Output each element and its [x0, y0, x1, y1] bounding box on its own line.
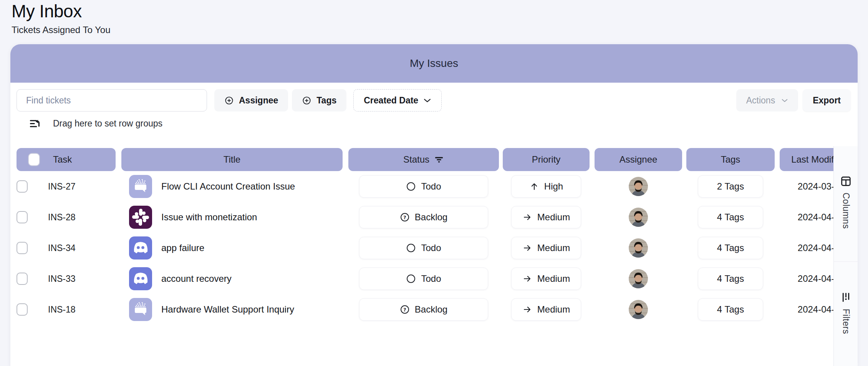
filters-tab-label: Filters — [841, 309, 851, 334]
assignee-cell — [595, 300, 682, 319]
tickets-table: Task Title Status Priority Assignee — [10, 148, 858, 325]
status-cell: ? Backlog — [348, 206, 499, 228]
created-date-label: Created Date — [364, 95, 418, 106]
ticket-title: account recovery — [161, 273, 232, 284]
side-panel-divider — [834, 261, 858, 262]
priority-cell: High — [503, 175, 590, 198]
priority-cell: Medium — [503, 206, 590, 228]
tags-cell: 4 Tags — [686, 206, 775, 228]
status-pill[interactable]: Todo — [359, 175, 488, 198]
row-checkbox[interactable] — [17, 242, 28, 254]
ticket-title: Issue with monetization — [161, 212, 257, 223]
panel-title: My Issues — [410, 57, 458, 70]
select-all-checkbox[interactable] — [28, 153, 40, 166]
ticket-title: Hardware Wallet Support Inquiry — [161, 304, 294, 315]
status-cell: Todo — [348, 175, 499, 198]
task-cell: INS-27 — [17, 180, 116, 193]
header-assignee-label: Assignee — [620, 154, 658, 165]
assignee-cell — [595, 208, 682, 227]
tags-label: 2 Tags — [717, 181, 744, 192]
assignee-cell — [595, 238, 682, 258]
priority-cell: Medium — [503, 237, 590, 259]
export-button[interactable]: Export — [803, 89, 851, 111]
assignee-avatar[interactable] — [629, 269, 648, 288]
table-row[interactable]: INS-27 Flow CLI Account Creation Issue — [10, 171, 858, 202]
priority-pill[interactable]: Medium — [511, 237, 581, 259]
priority-pill[interactable]: High — [511, 175, 581, 198]
tags-cell: 2 Tags — [686, 175, 775, 198]
title-cell: Hardware Wallet Support Inquiry — [121, 298, 343, 321]
ticket-id: INS-33 — [48, 274, 76, 284]
header-task[interactable]: Task — [17, 148, 116, 171]
arrow-right-icon — [522, 212, 532, 222]
created-date-button[interactable]: Created Date — [353, 89, 442, 111]
columns-tab-label: Columns — [841, 193, 851, 229]
header-assignee[interactable]: Assignee — [595, 148, 682, 171]
chevron-down-icon — [781, 98, 788, 103]
task-cell: INS-34 — [17, 242, 116, 254]
status-cell: Todo — [348, 268, 499, 290]
page-header: My Inbox Tickets Assigned To You — [12, 1, 111, 35]
task-cell: INS-18 — [17, 303, 116, 316]
header-priority[interactable]: Priority — [503, 148, 590, 171]
arrow-right-icon — [522, 274, 532, 284]
header-status-label: Status — [403, 154, 429, 165]
priority-pill[interactable]: Medium — [511, 206, 581, 228]
row-checkbox[interactable] — [17, 180, 28, 193]
table-row[interactable]: INS-33 account recovery Todo — [10, 263, 858, 294]
priority-label: Medium — [537, 304, 570, 315]
status-pill[interactable]: Todo — [359, 268, 488, 290]
status-cell: Todo — [348, 237, 499, 259]
row-checkbox[interactable] — [17, 273, 28, 285]
tags-pill[interactable]: 4 Tags — [698, 206, 763, 228]
tags-pill[interactable]: 4 Tags — [698, 298, 763, 321]
row-checkbox[interactable] — [17, 211, 28, 223]
question-circle-icon: ? — [400, 304, 410, 314]
assignee-avatar[interactable] — [629, 177, 648, 196]
tags-pill[interactable]: 4 Tags — [698, 237, 763, 259]
priority-pill[interactable]: Medium — [511, 298, 581, 321]
header-title[interactable]: Title — [121, 148, 343, 171]
assignee-cell — [595, 269, 682, 288]
circle-icon — [406, 274, 416, 284]
priority-pill[interactable]: Medium — [511, 268, 581, 290]
table-row[interactable]: INS-34 app failure Todo — [10, 233, 858, 263]
arrow-up-icon — [529, 181, 539, 191]
status-pill[interactable]: ? Backlog — [359, 298, 488, 321]
search-input[interactable] — [17, 89, 207, 111]
row-checkbox[interactable] — [17, 303, 28, 316]
assignee-avatar[interactable] — [629, 300, 648, 319]
tags-pill[interactable]: 2 Tags — [698, 175, 763, 198]
tags-filter-button[interactable]: Tags — [292, 89, 346, 111]
status-label: Todo — [421, 181, 441, 192]
status-label: Todo — [421, 243, 441, 253]
header-priority-label: Priority — [532, 154, 561, 165]
assignee-avatar[interactable] — [629, 238, 648, 258]
assignee-cell — [595, 177, 682, 196]
actions-button[interactable]: Actions — [736, 89, 798, 111]
tags-label: 4 Tags — [717, 304, 744, 315]
tab-filters[interactable]: Filters — [834, 291, 858, 334]
table-row[interactable]: INS-28 Issue with monetization — [10, 202, 858, 233]
tab-columns[interactable]: Columns — [834, 175, 858, 229]
side-panel-strip: Columns Filters — [833, 146, 858, 366]
issues-panel: My Issues Assignee Tags Created Date — [10, 44, 858, 366]
circle-icon — [406, 181, 416, 191]
arrow-right-icon — [522, 243, 532, 253]
priority-label: Medium — [537, 243, 570, 253]
assignee-filter-button[interactable]: Assignee — [214, 89, 288, 111]
status-pill[interactable]: Todo — [359, 237, 488, 259]
tags-pill[interactable]: 4 Tags — [698, 268, 763, 290]
filter-icon[interactable] — [434, 155, 444, 165]
header-title-label: Title — [224, 154, 240, 165]
status-pill[interactable]: ? Backlog — [359, 206, 488, 228]
header-tags[interactable]: Tags — [686, 148, 775, 171]
status-label: Todo — [421, 273, 441, 284]
ticket-title: Flow CLI Account Creation Issue — [161, 181, 295, 192]
table-row[interactable]: INS-18 Hardware Wallet Support Inquiry — [10, 294, 858, 325]
tags-label: 4 Tags — [717, 243, 744, 253]
assignee-avatar[interactable] — [629, 208, 648, 227]
intercom-icon — [129, 175, 152, 198]
header-status[interactable]: Status — [348, 148, 499, 171]
row-group-bar[interactable]: Drag here to set row groups — [29, 116, 162, 131]
